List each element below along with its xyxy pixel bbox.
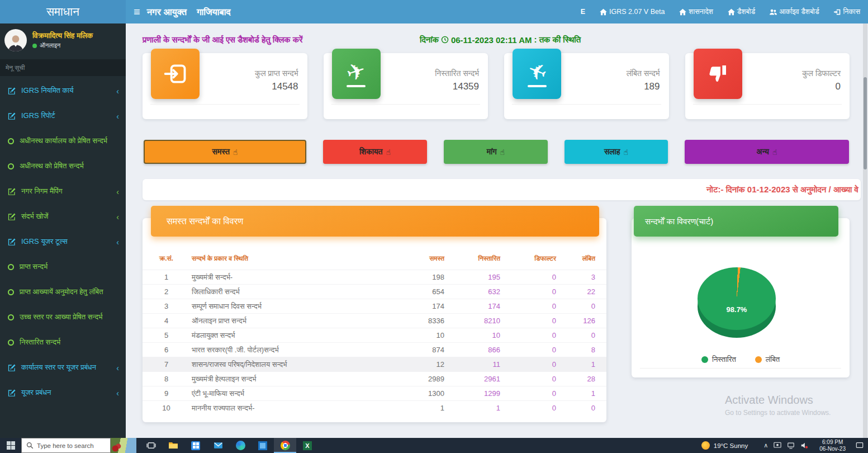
edit-icon bbox=[8, 188, 16, 196]
excel-icon[interactable]: X bbox=[296, 438, 319, 453]
tray-expand-icon[interactable]: ∧ bbox=[763, 442, 768, 449]
pie-chart[interactable]: 98.7% bbox=[698, 267, 776, 340]
circle-icon bbox=[8, 339, 14, 346]
legend-dot-orange bbox=[755, 356, 762, 363]
gis-dashboard-link[interactable]: प्रणाली के सन्दर्भों के जी आई एस डैशबोर्… bbox=[143, 35, 302, 45]
filter-button-other[interactable]: अन्य☝ bbox=[685, 140, 849, 164]
sidebar-item-igrs-regular[interactable]: IGRS नियमित कार्य ‹ bbox=[0, 78, 126, 103]
chart-divider bbox=[640, 368, 841, 369]
cast-icon[interactable] bbox=[774, 442, 781, 449]
user-status: ऑनलाइन bbox=[32, 42, 93, 49]
card-label: निस्तारित सन्दर्भ bbox=[435, 69, 479, 78]
microsoft-store-icon[interactable] bbox=[184, 438, 207, 453]
office-title: नगर आयुक्त bbox=[147, 7, 187, 17]
taskbar-clock[interactable]: 6:09 PM 06-Nov-23 bbox=[819, 439, 846, 452]
sidebar-item-label: संदर्भ खोजें bbox=[21, 213, 111, 221]
card-divider bbox=[693, 104, 842, 105]
sidebar-item-search-refs[interactable]: संदर्भ खोजें ‹ bbox=[0, 204, 126, 229]
taskbar-search[interactable] bbox=[21, 438, 111, 453]
app-title: समाधान bbox=[0, 0, 126, 23]
search-input[interactable] bbox=[37, 442, 98, 449]
mail-icon[interactable] bbox=[207, 438, 229, 453]
taskbar: X 19°C Sunny ∧ 6:09 PM 06-Nov-23 bbox=[0, 438, 868, 453]
vertical-scrollbar[interactable] bbox=[863, 23, 867, 438]
sidebar-item-subordinate-refs[interactable]: अधीनस्थ को प्रेषित सन्दर्भ bbox=[0, 154, 126, 179]
legend-pending[interactable]: लंबित bbox=[755, 355, 780, 364]
card-value: 189 bbox=[644, 81, 660, 92]
sidebar-item-disposed-refs[interactable]: निस्तारित सन्दर्भ bbox=[0, 330, 126, 355]
scrollbar-thumb[interactable] bbox=[864, 77, 867, 169]
nav-label: शासनादेश bbox=[689, 8, 713, 16]
sidebar-item-label: प्राप्त सन्दर्भ bbox=[20, 263, 119, 271]
legend-disposed[interactable]: निस्तारित bbox=[701, 355, 736, 364]
thumbs-down-icon bbox=[694, 49, 742, 99]
app-title-text: समाधान bbox=[46, 5, 79, 18]
circle-icon bbox=[8, 264, 14, 270]
card-label: लंबित सन्दर्भ bbox=[627, 69, 660, 78]
search-highlights-icon[interactable] bbox=[111, 438, 136, 453]
sidebar-item-office-user-mgmt[interactable]: कार्यालय स्तर पर यूजर प्रबंधन ‹ bbox=[0, 355, 126, 380]
date-text: 06-Nov-23 bbox=[819, 446, 846, 452]
pointer-icon: ☝ bbox=[623, 148, 628, 157]
card-value: 14548 bbox=[272, 81, 298, 92]
pointer-icon: ☝ bbox=[500, 148, 505, 157]
nav-version[interactable]: IGRS 2.07 V Beta bbox=[600, 8, 665, 16]
sidebar-item-igrs-report[interactable]: IGRS रिपोर्ट ‹ bbox=[0, 103, 126, 129]
nav-logout[interactable]: निकास bbox=[834, 8, 860, 16]
sidebar-item-received-refs[interactable]: प्राप्त सन्दर्भ bbox=[0, 254, 126, 280]
chevron-left-icon: ‹ bbox=[116, 187, 119, 196]
home-icon bbox=[679, 8, 686, 16]
chart-title: सन्दर्भों का विवरण(चार्ट) bbox=[634, 206, 838, 237]
network-icon[interactable] bbox=[787, 442, 795, 449]
filter-button-advice[interactable]: सलाह☝ bbox=[565, 140, 668, 164]
sidebar-item-nagar-nigam-mapping[interactable]: नगर निगम मैपिंग ‹ bbox=[0, 179, 126, 204]
weather-widget[interactable]: 19°C Sunny bbox=[701, 441, 748, 450]
filter-button-complaint[interactable]: शिकायत☝ bbox=[323, 140, 427, 164]
chevron-left-icon: ‹ bbox=[116, 389, 119, 398]
nav-dashboard[interactable]: डैशबोर्ड bbox=[728, 8, 755, 16]
chevron-left-icon: ‹ bbox=[116, 213, 119, 221]
pointer-icon: ☝ bbox=[233, 148, 238, 157]
task-view-button[interactable] bbox=[140, 438, 162, 453]
chrome-icon[interactable] bbox=[274, 438, 296, 453]
sidebar-item-user-mgmt[interactable]: यूजर प्रबंधन ‹ bbox=[0, 380, 126, 405]
sidebar-item-label: IGRS रिपोर्ट bbox=[21, 112, 111, 120]
city-title: गाजियाबाद bbox=[197, 7, 231, 17]
col-pending: लंबित bbox=[556, 254, 595, 262]
hamburger-icon[interactable]: ≡ bbox=[134, 6, 140, 18]
sidebar-item-subordinate-office-refs[interactable]: अधीनस्थ कार्यालय को प्रेषित सन्दर्भ bbox=[0, 129, 126, 154]
sidebar-item-pending-approval[interactable]: प्राप्त आख्यायें अनुमोदन हेतु लंबित bbox=[0, 280, 126, 305]
person-icon bbox=[6, 32, 25, 51]
sidebar-item-higher-level-refs[interactable]: उच्च स्तर पर आख्या प्रेषित सन्दर्भ bbox=[0, 305, 126, 330]
online-dot-icon bbox=[32, 44, 37, 48]
nav-shasanadesh[interactable]: शासनादेश bbox=[679, 8, 713, 16]
language-toggle[interactable]: E bbox=[581, 8, 585, 16]
photos-icon[interactable] bbox=[252, 438, 274, 453]
card-total-received[interactable]: कुल प्राप्त सन्दर्भ 14548 bbox=[143, 53, 307, 119]
start-button[interactable] bbox=[0, 438, 21, 453]
card-pending[interactable]: ✈ लंबित सन्दर्भ 189 bbox=[504, 53, 669, 119]
filter-button-all[interactable]: समस्त☝ bbox=[144, 140, 306, 164]
col-type: सन्दर्भ के प्रकार व स्थिति bbox=[182, 254, 394, 262]
card-label: कुल प्राप्त सन्दर्भ bbox=[255, 69, 298, 78]
nav-archive-dashboard[interactable]: आर्काइव डैशबोर्ड bbox=[770, 8, 819, 16]
sidebar-item-igrs-user-tools[interactable]: IGRS यूजर टूल्स ‹ bbox=[0, 229, 126, 254]
clock-icon bbox=[441, 36, 449, 44]
sidebar-item-label: IGRS यूजर टूल्स bbox=[21, 238, 111, 246]
card-disposed[interactable]: ✈ निस्तारित सन्दर्भ 14359 bbox=[324, 53, 488, 119]
sidebar-item-label: कार्यालय स्तर पर यूजर प्रबंधन bbox=[21, 364, 111, 372]
filter-button-demand[interactable]: मांग☝ bbox=[444, 140, 548, 164]
chevron-left-icon: ‹ bbox=[116, 87, 119, 96]
status-prefix: दिनांक bbox=[420, 35, 439, 45]
volume-muted-icon[interactable] bbox=[800, 442, 808, 449]
card-defaulter[interactable]: कुल डिफाल्टर 0 bbox=[685, 53, 850, 119]
nav-label: निकास bbox=[843, 8, 860, 16]
nav-label: आर्काइव डैशबोर्ड bbox=[779, 8, 819, 16]
taskbar-right: 19°C Sunny ∧ 6:09 PM 06-Nov-23 bbox=[701, 438, 868, 453]
version-text: IGRS 2.07 V Beta bbox=[609, 8, 665, 16]
sidebar-item-label: यूजर प्रबंधन bbox=[21, 389, 111, 397]
chart-legend: निस्तारित लंबित bbox=[632, 355, 850, 364]
file-explorer-icon[interactable] bbox=[162, 438, 184, 453]
edge-icon[interactable] bbox=[229, 438, 252, 453]
action-center-icon[interactable] bbox=[851, 442, 868, 449]
